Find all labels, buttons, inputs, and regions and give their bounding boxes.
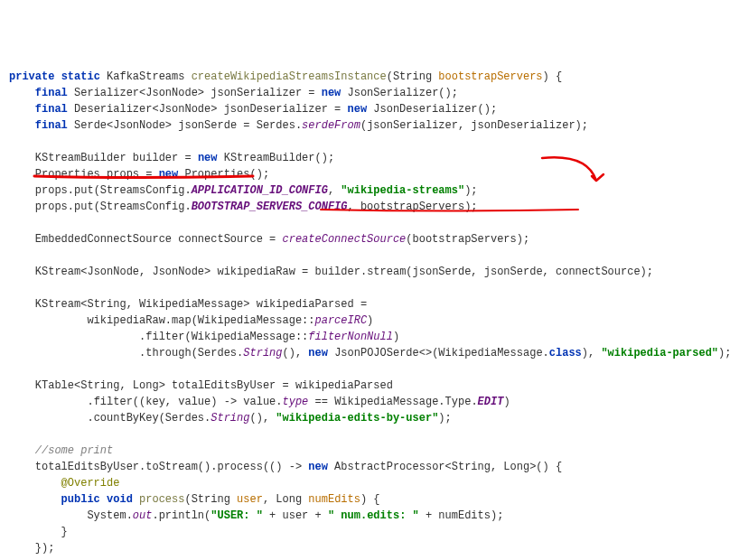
- type: System: [87, 509, 126, 522]
- var: jsonSerializer: [210, 87, 302, 99]
- method: serdeFrom: [302, 119, 360, 132]
- var: numEdits: [438, 509, 491, 522]
- string: "wikipedia-edits-by-user": [276, 412, 438, 425]
- type: KafkaStreams: [107, 70, 184, 83]
- comment: //some print: [35, 444, 113, 457]
- arg: connectSource: [556, 266, 641, 278]
- type: StreamsConfig: [100, 201, 185, 213]
- method: println: [159, 509, 204, 522]
- var: wikipediaParsed: [295, 379, 393, 392]
- keyword: class: [549, 347, 582, 359]
- method-name: createWikipediaStreamsInstance: [192, 70, 387, 83]
- method: createConnectSource: [282, 233, 406, 246]
- var: wikipediaRaw: [87, 314, 164, 327]
- type: JsonNode: [145, 87, 198, 99]
- type: KTable: [35, 379, 74, 392]
- param: value: [178, 396, 210, 408]
- type: String: [87, 298, 126, 311]
- arg: jsonSerializer: [367, 119, 458, 132]
- string: "wikipedia-parsed": [601, 347, 718, 359]
- type: String: [80, 379, 119, 392]
- type: Type: [445, 396, 472, 408]
- method: countByKey: [94, 412, 159, 425]
- type: WikipediaMessage: [334, 396, 438, 408]
- type: Serdes: [198, 347, 237, 359]
- type: Serdes: [257, 119, 295, 132]
- string: "USER: ": [210, 509, 263, 522]
- var: value: [243, 396, 276, 408]
- type: JsonNode: [152, 266, 204, 278]
- arg: jsonDeserializer: [471, 119, 575, 132]
- var: totalEditsByUser: [35, 461, 139, 473]
- arg: bootstrapServers: [360, 201, 464, 213]
- type: JsonNode: [113, 119, 165, 132]
- method: map: [172, 314, 192, 327]
- var: jsonSerde: [178, 119, 237, 132]
- method: toStream: [145, 461, 198, 473]
- var: builder: [315, 266, 360, 278]
- keyword: final: [35, 119, 68, 132]
- constant: APPLICATION_ID_CONFIG: [192, 184, 328, 197]
- type: WikipediaMessage: [438, 347, 542, 359]
- method: stream: [367, 266, 406, 278]
- method: String: [243, 347, 282, 359]
- type: String: [393, 70, 432, 83]
- type: JsonNode: [87, 266, 139, 278]
- type: Long: [133, 379, 159, 392]
- var: wikipediaRaw: [217, 266, 295, 278]
- type: KStream: [35, 266, 80, 278]
- method: put: [74, 201, 94, 213]
- var: user: [283, 509, 309, 522]
- type: JsonNode: [159, 103, 211, 116]
- keyword: new: [348, 103, 368, 116]
- type: Properties: [184, 168, 249, 181]
- type: JsonSerializer: [348, 87, 439, 99]
- arg: bootstrapServers: [413, 233, 517, 246]
- method-ref: filterNonNull: [308, 331, 393, 343]
- keyword: final: [35, 87, 68, 99]
- method-ref: parceIRC: [314, 314, 367, 327]
- method: filter: [145, 331, 184, 343]
- var: builder: [133, 152, 178, 164]
- param: key: [145, 396, 165, 408]
- method: String: [210, 412, 249, 425]
- arg: jsonSerde: [484, 266, 543, 278]
- field: out: [133, 509, 153, 522]
- var: connectSource: [178, 233, 263, 246]
- var: props: [107, 168, 139, 181]
- code-block: private static KafkaStreams createWikipe…: [9, 69, 730, 560]
- method: filter: [94, 396, 133, 408]
- method: put: [74, 184, 94, 197]
- string: " num.edits: ": [328, 509, 419, 522]
- type: String: [192, 493, 230, 506]
- type: KStreamBuilder: [35, 152, 126, 164]
- type: KStream: [35, 298, 80, 311]
- type: Long: [503, 461, 529, 473]
- constant: BOOTSTRAP_SERVERS_CONFIG: [192, 201, 348, 213]
- keyword: public: [61, 493, 100, 506]
- method: process: [217, 461, 262, 473]
- param: bootstrapServers: [438, 70, 542, 83]
- keyword: new: [322, 87, 341, 99]
- keyword: new: [308, 461, 328, 473]
- type: AbstractProcessor: [334, 461, 444, 473]
- constant: EDIT: [478, 396, 504, 408]
- keyword: new: [198, 152, 218, 164]
- type: StreamsConfig: [100, 184, 185, 197]
- type: KStreamBuilder: [224, 152, 315, 164]
- keyword: final: [35, 103, 68, 116]
- arg: jsonSerde: [413, 266, 472, 278]
- keyword: void: [107, 493, 133, 506]
- type: EmbeddedConnectSource: [35, 233, 172, 246]
- type: Long: [276, 493, 302, 506]
- type: Deserializer: [74, 103, 152, 116]
- annotation: @Override: [61, 477, 120, 490]
- type: Serdes: [165, 412, 204, 425]
- var: jsonDeserializer: [224, 103, 328, 116]
- type: JsonPOJOSerde: [334, 347, 419, 359]
- keyword: static: [61, 70, 100, 83]
- var: props: [35, 201, 68, 213]
- type: WikipediaMessage: [198, 314, 302, 327]
- var: wikipediaParsed: [257, 298, 354, 311]
- type: String: [452, 461, 491, 473]
